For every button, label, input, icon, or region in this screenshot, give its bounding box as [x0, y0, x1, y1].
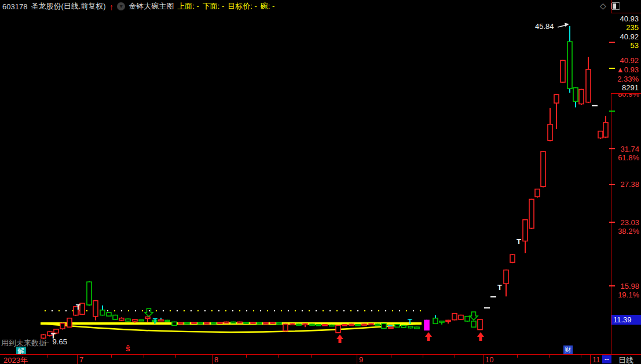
candle-body: [119, 318, 124, 321]
dotted-guideline-dot: [197, 310, 199, 311]
dotted-guideline-dot: [413, 310, 414, 311]
diamond-icon[interactable]: ◇: [600, 1, 606, 10]
candle-body: [323, 325, 327, 326]
buy-arrow-icon: [477, 332, 484, 341]
dotted-guideline-dot: [163, 310, 164, 311]
candle-body: [579, 90, 584, 104]
candle-body: [446, 320, 450, 321]
month-label: 11: [592, 355, 600, 364]
quote-value: 53: [631, 41, 639, 50]
quote-panel: 40.9323540.925340.92▲0.932.33%8291: [611, 13, 641, 94]
dotted-guideline-dot: [135, 310, 136, 311]
candle-body: [60, 323, 65, 329]
candle-body: [139, 320, 144, 321]
sell-arrow-icon: [145, 308, 153, 317]
dotted-guideline-dot: [142, 310, 143, 311]
up-arrow-icon[interactable]: ↑: [109, 2, 114, 11]
week-tick: [311, 355, 312, 358]
candle-body: [133, 319, 137, 321]
t-marker: T: [517, 237, 521, 246]
candle-body: [296, 324, 301, 325]
week-tick: [278, 355, 279, 358]
candle-body: [342, 325, 347, 326]
dotted-guideline-dot: [329, 310, 331, 311]
dotted-guideline-dot: [302, 310, 303, 311]
field-upper: 上面: -: [177, 1, 199, 12]
candle-body: [192, 322, 196, 323]
candle-body: [107, 312, 111, 316]
month-boundary: [212, 355, 213, 364]
candle-body: [336, 325, 340, 333]
dotted-guideline-dot: [52, 310, 53, 311]
candle-body: [277, 323, 281, 324]
candle-body: [510, 255, 515, 262]
dotted-guideline-dot: [316, 310, 317, 311]
candle-body: [439, 321, 444, 322]
dotted-guideline-dot: [267, 310, 268, 311]
candle-body: [87, 282, 91, 305]
candle-body: [349, 324, 354, 325]
month-boundary: [77, 355, 78, 364]
t-marker: T: [497, 283, 502, 292]
candle-body: [100, 310, 105, 315]
sell-arrow-icon: [470, 312, 478, 320]
candle-body: [231, 322, 236, 323]
candle-body: [603, 123, 608, 137]
dotted-guideline-dot: [399, 310, 400, 311]
dotted-guideline-dot: [45, 310, 46, 311]
chevron-down-icon[interactable]: ▾: [117, 2, 125, 10]
dotted-guideline-dot: [246, 310, 247, 311]
candle-body: [145, 317, 150, 319]
candle-body: [93, 301, 98, 317]
stock-code: 603178: [2, 2, 27, 11]
axis-price-label: 38.2%: [618, 227, 639, 236]
sell-signal-marker: ŝ: [126, 344, 130, 353]
candle-body: [541, 152, 545, 186]
dotted-guideline-dot: [177, 310, 178, 311]
month-label: 10: [485, 355, 493, 364]
panel-toggle-icon[interactable]: [611, 2, 620, 10]
week-tick: [423, 355, 423, 358]
quote-value: 8291: [622, 83, 639, 92]
candle-body: [415, 327, 419, 329]
week-tick: [391, 355, 391, 358]
candlestick-chart[interactable]: TTTTTT: [0, 0, 641, 364]
candle-body: [310, 324, 314, 325]
candle-body: [198, 323, 203, 324]
axis-price-label: 61.8%: [618, 153, 639, 162]
dotted-guideline-dot: [392, 310, 393, 311]
candle-body: [251, 322, 255, 323]
indicator-name: 金钵大碗主图: [129, 1, 174, 12]
candle-body: [113, 315, 118, 319]
candle-body: [172, 322, 177, 325]
candle-body: [211, 323, 216, 324]
axis-tick: [609, 184, 615, 185]
week-tick: [246, 355, 247, 358]
candle-body: [471, 321, 476, 327]
month-label: 8: [214, 355, 218, 364]
candle-body: [178, 323, 183, 324]
axis-price-label: 31.74: [620, 145, 639, 153]
axis-tick: [609, 68, 615, 69]
axis-cursor-badge: --: [602, 355, 611, 363]
period-label[interactable]: 日线: [618, 355, 633, 364]
candle-body: [283, 324, 288, 331]
week-tick: [455, 355, 455, 358]
quote-value: 2.33%: [617, 75, 639, 83]
candle-body: [424, 320, 429, 330]
month-label: 9: [359, 355, 363, 364]
dotted-guideline-dot: [121, 310, 122, 311]
peak-arrow-head: [565, 23, 569, 27]
year-label: 2023年: [3, 355, 28, 364]
axis-tick: [609, 148, 615, 149]
candle-body: [375, 324, 380, 325]
dotted-guideline-dot: [225, 310, 226, 311]
week-tick: [47, 355, 47, 358]
candle-body: [459, 315, 463, 319]
report-badge[interactable]: 财: [563, 345, 573, 354]
candle-body: [548, 124, 552, 141]
candle-body: [529, 199, 534, 228]
candle-body: [244, 322, 248, 323]
week-tick: [144, 355, 144, 358]
dotted-guideline-dot: [107, 310, 108, 311]
